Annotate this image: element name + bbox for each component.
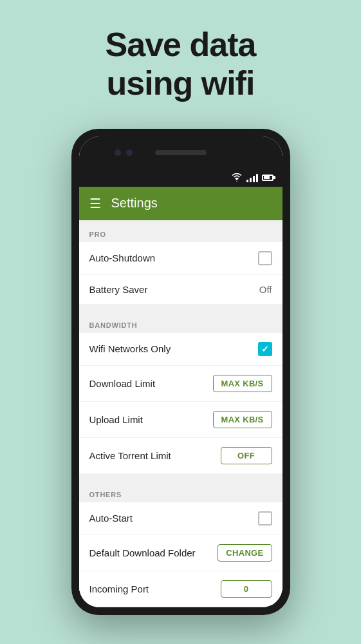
download-limit-label: Download Limit xyxy=(89,378,156,389)
section-header-pro: PRO xyxy=(79,220,282,242)
camera-dots xyxy=(115,149,133,156)
signal-bar-2 xyxy=(250,178,252,182)
incoming-port-button[interactable]: 0 xyxy=(221,580,272,598)
camera-dot-2 xyxy=(126,149,133,156)
phone-wrapper: ☰ Settings PRO Auto-Shutdown Battery Sav… xyxy=(0,129,361,615)
setting-wifi-networks-only: Wifi Networks Only ✓ xyxy=(79,333,282,366)
battery-saver-label: Battery Saver xyxy=(89,284,148,295)
menu-icon[interactable]: ☰ xyxy=(89,197,101,210)
setting-battery-saver: Battery Saver Off xyxy=(79,275,282,305)
auto-shutdown-checkbox[interactable] xyxy=(258,251,272,265)
setting-incoming-port: Incoming Port 0 xyxy=(79,571,282,607)
active-torrent-label: Active Torrent Limit xyxy=(89,450,171,461)
battery-saver-value: Off xyxy=(259,284,272,295)
auto-start-label: Auto-Start xyxy=(89,513,133,524)
default-download-folder-label: Default Download Folder xyxy=(89,547,196,558)
divider-1 xyxy=(79,305,282,311)
download-limit-button[interactable]: MAX KB/S xyxy=(213,375,272,392)
auto-shutdown-label: Auto-Shutdown xyxy=(89,252,156,263)
hero-section: Save data using wifi xyxy=(0,0,361,122)
battery-icon xyxy=(262,175,273,181)
signal-bars-icon xyxy=(246,173,258,182)
signal-bar-1 xyxy=(246,180,248,182)
wifi-networks-label: Wifi Networks Only xyxy=(89,343,171,354)
setting-active-torrent-limit: Active Torrent Limit OFF xyxy=(79,438,282,474)
battery-fill xyxy=(264,176,270,179)
phone-screen: ☰ Settings PRO Auto-Shutdown Battery Sav… xyxy=(79,137,282,607)
hero-title: Save data using wifi xyxy=(39,26,322,103)
phone: ☰ Settings PRO Auto-Shutdown Battery Sav… xyxy=(71,129,290,615)
auto-start-checkbox[interactable] xyxy=(258,511,272,526)
setting-default-download-folder: Default Download Folder CHANGE xyxy=(79,535,282,571)
camera-dot-1 xyxy=(115,149,121,156)
speaker xyxy=(155,150,207,155)
setting-auto-shutdown: Auto-Shutdown xyxy=(79,242,282,275)
upload-limit-button[interactable]: MAX KB/S xyxy=(213,411,272,428)
change-folder-button[interactable]: CHANGE xyxy=(218,544,272,562)
toolbar-title: Settings xyxy=(111,196,158,211)
phone-top-bar xyxy=(79,137,282,169)
wifi-networks-checkbox[interactable]: ✓ xyxy=(258,342,272,356)
divider-2 xyxy=(79,474,282,480)
section-header-others: OTHERS xyxy=(79,480,282,502)
active-torrent-button[interactable]: OFF xyxy=(221,447,272,464)
settings-content: PRO Auto-Shutdown Battery Saver Off BAND… xyxy=(79,220,282,607)
setting-download-limit: Download Limit MAX KB/S xyxy=(79,366,282,402)
signal-bar-4 xyxy=(256,174,258,182)
setting-upload-limit: Upload Limit MAX KB/S xyxy=(79,402,282,438)
section-header-bandwidth: BANDWIDTH xyxy=(79,311,282,333)
status-bar xyxy=(79,169,282,187)
upload-limit-label: Upload Limit xyxy=(89,414,143,425)
setting-auto-start: Auto-Start xyxy=(79,502,282,535)
wifi-icon xyxy=(231,173,243,182)
app-toolbar: ☰ Settings xyxy=(79,187,282,220)
signal-bar-3 xyxy=(253,176,255,182)
incoming-port-label: Incoming Port xyxy=(89,583,149,594)
